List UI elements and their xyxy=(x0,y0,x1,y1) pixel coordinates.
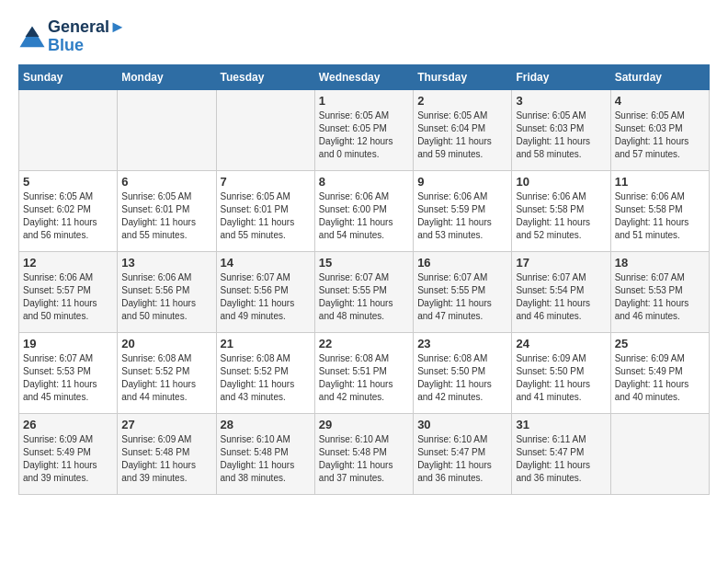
day-info: Sunrise: 6:06 AM Sunset: 5:57 PM Dayligh… xyxy=(23,271,113,323)
day-number: 19 xyxy=(23,337,113,350)
day-number: 10 xyxy=(516,175,606,189)
calendar-cell: 16Sunrise: 6:07 AM Sunset: 5:55 PM Dayli… xyxy=(414,251,512,332)
day-info: Sunrise: 6:06 AM Sunset: 5:58 PM Dayligh… xyxy=(615,190,705,242)
day-number: 13 xyxy=(121,256,211,270)
calendar-cell: 12Sunrise: 6:06 AM Sunset: 5:57 PM Dayli… xyxy=(19,251,118,332)
day-number: 27 xyxy=(121,418,211,431)
calendar-cell: 6Sunrise: 6:05 AM Sunset: 6:01 PM Daylig… xyxy=(118,170,216,251)
day-number: 21 xyxy=(221,337,311,350)
calendar-week-2: 5Sunrise: 6:05 AM Sunset: 6:02 PM Daylig… xyxy=(19,170,710,251)
calendar-cell: 10Sunrise: 6:06 AM Sunset: 5:58 PM Dayli… xyxy=(512,170,610,251)
day-number: 16 xyxy=(417,256,507,270)
calendar-cell: 29Sunrise: 6:10 AM Sunset: 5:48 PM Dayli… xyxy=(314,413,413,494)
col-header-saturday: Saturday xyxy=(610,64,709,89)
calendar-cell: 23Sunrise: 6:08 AM Sunset: 5:50 PM Dayli… xyxy=(414,332,512,413)
day-info: Sunrise: 6:07 AM Sunset: 5:53 PM Dayligh… xyxy=(615,271,705,323)
day-info: Sunrise: 6:09 AM Sunset: 5:49 PM Dayligh… xyxy=(23,433,113,485)
calendar-cell: 9Sunrise: 6:06 AM Sunset: 5:59 PM Daylig… xyxy=(414,170,512,251)
day-number: 22 xyxy=(319,337,409,350)
logo: General► Blue xyxy=(18,18,126,55)
calendar-cell: 28Sunrise: 6:10 AM Sunset: 5:48 PM Dayli… xyxy=(216,413,314,494)
logo-text: General► Blue xyxy=(48,18,126,55)
calendar-week-3: 12Sunrise: 6:06 AM Sunset: 5:57 PM Dayli… xyxy=(19,251,710,332)
day-info: Sunrise: 6:06 AM Sunset: 5:56 PM Dayligh… xyxy=(121,271,211,323)
day-info: Sunrise: 6:07 AM Sunset: 5:53 PM Dayligh… xyxy=(23,352,113,404)
calendar-cell: 8Sunrise: 6:06 AM Sunset: 6:00 PM Daylig… xyxy=(314,170,413,251)
page-header: General► Blue xyxy=(18,18,710,55)
day-number: 3 xyxy=(516,94,606,108)
calendar-cell xyxy=(216,89,314,170)
day-number: 9 xyxy=(417,175,507,189)
day-info: Sunrise: 6:10 AM Sunset: 5:48 PM Dayligh… xyxy=(319,433,409,485)
day-number: 12 xyxy=(23,256,113,270)
day-number: 26 xyxy=(23,418,113,431)
calendar-cell: 19Sunrise: 6:07 AM Sunset: 5:53 PM Dayli… xyxy=(19,332,118,413)
day-info: Sunrise: 6:05 AM Sunset: 6:01 PM Dayligh… xyxy=(121,190,211,242)
day-number: 30 xyxy=(417,418,507,431)
day-info: Sunrise: 6:09 AM Sunset: 5:48 PM Dayligh… xyxy=(121,433,211,485)
calendar-cell: 1Sunrise: 6:05 AM Sunset: 6:05 PM Daylig… xyxy=(314,89,413,170)
calendar-header: SundayMondayTuesdayWednesdayThursdayFrid… xyxy=(19,64,710,89)
day-number: 18 xyxy=(615,256,705,270)
day-number: 1 xyxy=(319,94,409,108)
calendar-cell: 27Sunrise: 6:09 AM Sunset: 5:48 PM Dayli… xyxy=(118,413,216,494)
calendar-cell xyxy=(118,89,216,170)
calendar-cell: 17Sunrise: 6:07 AM Sunset: 5:54 PM Dayli… xyxy=(512,251,610,332)
day-info: Sunrise: 6:06 AM Sunset: 6:00 PM Dayligh… xyxy=(319,190,409,242)
day-info: Sunrise: 6:05 AM Sunset: 6:02 PM Dayligh… xyxy=(23,190,113,242)
day-info: Sunrise: 6:05 AM Sunset: 6:03 PM Dayligh… xyxy=(615,109,705,161)
day-number: 29 xyxy=(319,418,409,431)
day-info: Sunrise: 6:08 AM Sunset: 5:50 PM Dayligh… xyxy=(417,352,507,404)
calendar-cell: 21Sunrise: 6:08 AM Sunset: 5:52 PM Dayli… xyxy=(216,332,314,413)
calendar-cell: 22Sunrise: 6:08 AM Sunset: 5:51 PM Dayli… xyxy=(314,332,413,413)
day-info: Sunrise: 6:11 AM Sunset: 5:47 PM Dayligh… xyxy=(516,433,606,485)
calendar-cell: 14Sunrise: 6:07 AM Sunset: 5:56 PM Dayli… xyxy=(216,251,314,332)
day-info: Sunrise: 6:09 AM Sunset: 5:50 PM Dayligh… xyxy=(516,352,606,404)
calendar-week-4: 19Sunrise: 6:07 AM Sunset: 5:53 PM Dayli… xyxy=(19,332,710,413)
calendar-cell: 24Sunrise: 6:09 AM Sunset: 5:50 PM Dayli… xyxy=(512,332,610,413)
day-info: Sunrise: 6:07 AM Sunset: 5:55 PM Dayligh… xyxy=(319,271,409,323)
calendar-cell: 26Sunrise: 6:09 AM Sunset: 5:49 PM Dayli… xyxy=(19,413,118,494)
calendar-cell: 31Sunrise: 6:11 AM Sunset: 5:47 PM Dayli… xyxy=(512,413,610,494)
day-number: 11 xyxy=(615,175,705,189)
day-info: Sunrise: 6:10 AM Sunset: 5:48 PM Dayligh… xyxy=(221,433,311,485)
calendar-cell: 18Sunrise: 6:07 AM Sunset: 5:53 PM Dayli… xyxy=(610,251,709,332)
calendar-cell: 30Sunrise: 6:10 AM Sunset: 5:47 PM Dayli… xyxy=(414,413,512,494)
calendar-week-1: 1Sunrise: 6:05 AM Sunset: 6:05 PM Daylig… xyxy=(19,89,710,170)
col-header-sunday: Sunday xyxy=(19,64,118,89)
day-info: Sunrise: 6:05 AM Sunset: 6:05 PM Dayligh… xyxy=(319,109,409,161)
day-info: Sunrise: 6:05 AM Sunset: 6:04 PM Dayligh… xyxy=(417,109,507,161)
calendar-cell: 2Sunrise: 6:05 AM Sunset: 6:04 PM Daylig… xyxy=(414,89,512,170)
col-header-monday: Monday xyxy=(118,64,216,89)
calendar-cell: 11Sunrise: 6:06 AM Sunset: 5:58 PM Dayli… xyxy=(610,170,709,251)
calendar-cell: 7Sunrise: 6:05 AM Sunset: 6:01 PM Daylig… xyxy=(216,170,314,251)
svg-marker-1 xyxy=(26,27,40,37)
calendar-cell: 15Sunrise: 6:07 AM Sunset: 5:55 PM Dayli… xyxy=(314,251,413,332)
calendar-week-5: 26Sunrise: 6:09 AM Sunset: 5:49 PM Dayli… xyxy=(19,413,710,494)
day-info: Sunrise: 6:06 AM Sunset: 5:59 PM Dayligh… xyxy=(417,190,507,242)
calendar-cell xyxy=(19,89,118,170)
day-number: 17 xyxy=(516,256,606,270)
calendar-table: SundayMondayTuesdayWednesdayThursdayFrid… xyxy=(18,64,710,495)
day-number: 8 xyxy=(319,175,409,189)
day-number: 31 xyxy=(516,418,606,431)
calendar-cell: 3Sunrise: 6:05 AM Sunset: 6:03 PM Daylig… xyxy=(512,89,610,170)
day-number: 6 xyxy=(121,175,211,189)
day-number: 4 xyxy=(615,94,705,108)
day-number: 25 xyxy=(615,337,705,350)
calendar-cell: 25Sunrise: 6:09 AM Sunset: 5:49 PM Dayli… xyxy=(610,332,709,413)
day-number: 23 xyxy=(417,337,507,350)
col-header-friday: Friday xyxy=(512,64,610,89)
day-number: 20 xyxy=(121,337,211,350)
day-info: Sunrise: 6:08 AM Sunset: 5:52 PM Dayligh… xyxy=(221,352,311,404)
day-info: Sunrise: 6:06 AM Sunset: 5:58 PM Dayligh… xyxy=(516,190,606,242)
day-number: 15 xyxy=(319,256,409,270)
day-info: Sunrise: 6:07 AM Sunset: 5:55 PM Dayligh… xyxy=(417,271,507,323)
day-number: 24 xyxy=(516,337,606,350)
calendar-cell: 5Sunrise: 6:05 AM Sunset: 6:02 PM Daylig… xyxy=(19,170,118,251)
day-number: 7 xyxy=(221,175,311,189)
calendar-cell: 4Sunrise: 6:05 AM Sunset: 6:03 PM Daylig… xyxy=(610,89,709,170)
day-info: Sunrise: 6:07 AM Sunset: 5:56 PM Dayligh… xyxy=(221,271,311,323)
day-number: 5 xyxy=(23,175,113,189)
col-header-thursday: Thursday xyxy=(414,64,512,89)
